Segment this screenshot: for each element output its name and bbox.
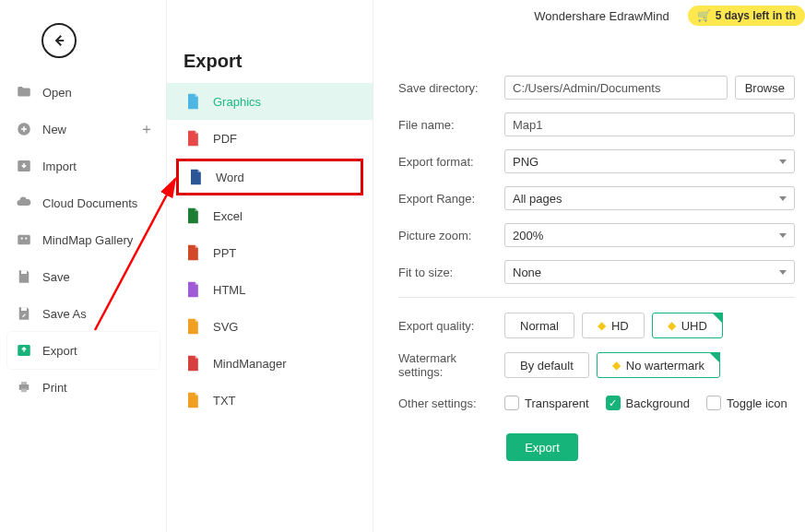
save-icon (15, 267, 33, 286)
format-item-pdf[interactable]: PDF (167, 120, 373, 157)
sidebar-item-export[interactable]: Export (7, 332, 160, 369)
format-item-graphics[interactable]: Graphics (167, 83, 373, 120)
format-label: MindManager (213, 357, 287, 371)
file-mindmanager-icon (183, 354, 202, 372)
browse-button[interactable]: Browse (735, 76, 795, 100)
format-item-html[interactable]: HTML (167, 271, 373, 308)
sidebar-item-label: Cloud Documents (42, 196, 137, 210)
checkbox-icon (504, 396, 519, 410)
panel-title: Export (167, 51, 373, 83)
format-item-ppt[interactable]: PPT (167, 234, 373, 271)
save-as-icon (15, 304, 33, 323)
svg-rect-10 (21, 389, 27, 393)
export-icon (15, 341, 33, 360)
file-excel-icon (183, 207, 202, 225)
import-icon (15, 157, 33, 175)
sidebar-item-open[interactable]: Open (7, 74, 160, 111)
quality-normal[interactable]: Normal (504, 313, 574, 338)
sidebar-item-label: Save As (42, 307, 87, 321)
sidebar: Open New ＋ Import Cloud Documents MindMa… (7, 74, 160, 406)
range-label: Export Range: (398, 192, 504, 206)
save-dir-label: Save directory: (398, 81, 504, 95)
sidebar-item-label: New (42, 123, 66, 136)
checkbox-background[interactable]: ✓ Background (606, 396, 690, 410)
svg-rect-2 (18, 235, 30, 245)
diamond-icon: ◆ (612, 359, 621, 372)
sidebar-item-cloud[interactable]: Cloud Documents (7, 184, 160, 221)
format-label: PDF (213, 132, 237, 146)
format-label: HTML (213, 283, 245, 297)
format-label: TXT (213, 394, 236, 408)
quality-uhd[interactable]: ◆UHD (652, 313, 723, 338)
file-ppt-icon (183, 243, 202, 262)
watermark-none[interactable]: ◆No wartermark (597, 352, 720, 378)
svg-point-4 (25, 237, 27, 239)
zoom-label: Picture zoom: (398, 229, 504, 242)
file-word-icon (186, 168, 205, 186)
checkbox-checked-icon: ✓ (606, 396, 621, 410)
arrow-left-icon (51, 32, 67, 49)
diamond-icon: ◆ (598, 319, 606, 332)
sidebar-item-save-as[interactable]: Save As (7, 295, 160, 332)
file-name-input[interactable] (504, 112, 795, 136)
svg-rect-5 (21, 270, 27, 274)
format-item-txt[interactable]: TXT (167, 382, 373, 419)
format-label: PPT (213, 246, 236, 260)
fit-select[interactable]: None (504, 260, 795, 284)
export-button[interactable]: Export (506, 433, 578, 461)
sidebar-item-label: Print (42, 381, 67, 395)
file-graphics-icon (183, 92, 202, 111)
sidebar-item-new[interactable]: New ＋ (7, 111, 160, 148)
format-item-svg[interactable]: SVG (167, 308, 373, 345)
format-label: Export format: (398, 155, 504, 169)
cloud-icon (15, 194, 33, 212)
file-pdf-icon (183, 129, 202, 148)
svg-rect-6 (21, 307, 27, 311)
svg-rect-9 (21, 382, 27, 384)
other-label: Other settings: (398, 396, 504, 410)
print-icon (15, 378, 33, 396)
sidebar-item-print[interactable]: Print (7, 369, 160, 406)
export-format-panel: Export GraphicsPDFWordExcelPPTHTMLSVGMin… (166, 0, 373, 532)
format-label: Word (216, 171, 244, 184)
quality-label: Export quality: (398, 319, 504, 333)
quality-hd[interactable]: ◆HD (582, 313, 645, 338)
fit-label: Fit to size: (398, 266, 504, 279)
export-settings: Save directory: Browse File name: Export… (398, 76, 795, 423)
divider (398, 297, 795, 298)
format-select[interactable]: PNG (504, 149, 795, 173)
diamond-icon: ◆ (668, 319, 676, 332)
sidebar-item-gallery[interactable]: MindMap Gallery (7, 221, 160, 258)
format-item-excel[interactable]: Excel (167, 197, 373, 234)
zoom-select[interactable]: 200% (504, 223, 795, 247)
sidebar-item-label: MindMap Gallery (42, 233, 133, 247)
sidebar-item-import[interactable]: Import (7, 148, 160, 184)
sidebar-item-label: Open (42, 86, 72, 100)
save-dir-input[interactable] (504, 76, 728, 100)
gallery-icon (15, 231, 33, 249)
plus-circle-icon (15, 120, 33, 138)
back-button[interactable] (41, 23, 77, 58)
checkbox-icon (706, 396, 721, 410)
svg-point-3 (21, 237, 23, 239)
watermark-label: Watermark settings: (398, 351, 504, 379)
file-name-label: File name: (398, 118, 504, 132)
topbar: Wondershare EdrawMind 🛒 5 days left in t… (534, 6, 805, 26)
format-item-word[interactable]: Word (176, 159, 363, 195)
file-svg-icon (183, 317, 202, 336)
folder-icon (15, 83, 33, 101)
sidebar-item-save[interactable]: Save (7, 258, 160, 295)
app-title: Wondershare EdrawMind (534, 9, 669, 23)
plus-icon[interactable]: ＋ (139, 120, 154, 139)
format-label: Graphics (213, 95, 261, 109)
format-label: SVG (213, 320, 238, 334)
cart-icon: 🛒 (697, 9, 711, 22)
checkbox-toggle-icon[interactable]: Toggle icon (706, 396, 787, 410)
sidebar-item-label: Save (42, 270, 70, 284)
checkbox-transparent[interactable]: Transparent (504, 396, 589, 410)
watermark-default[interactable]: By default (504, 352, 589, 378)
range-select[interactable]: All pages (504, 186, 795, 210)
trial-badge[interactable]: 🛒 5 days left in th (688, 6, 805, 26)
format-item-mindmanager[interactable]: MindManager (167, 345, 373, 382)
sidebar-item-label: Import (42, 160, 77, 173)
